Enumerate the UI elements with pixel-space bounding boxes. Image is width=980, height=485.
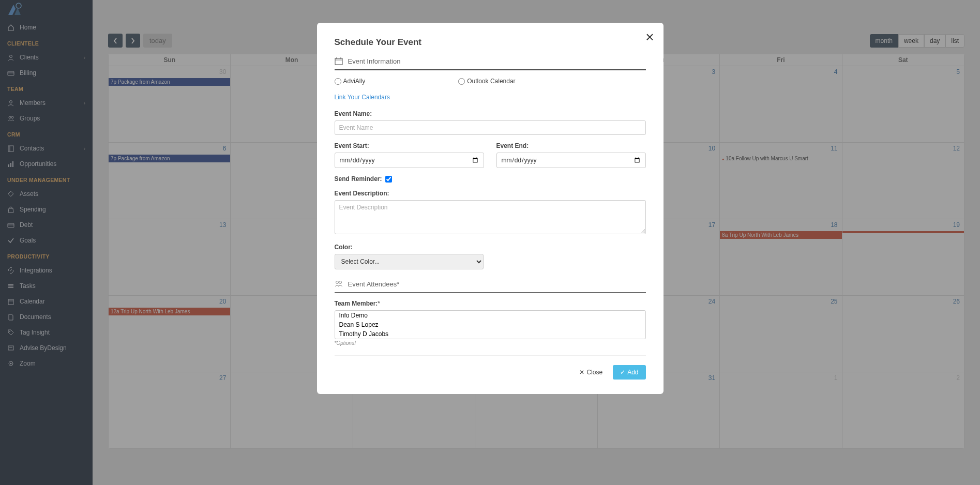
event-desc-input[interactable] <box>335 200 646 234</box>
send-reminder-label: Send Reminder: <box>335 175 382 183</box>
color-select[interactable]: Select Color... <box>335 254 484 269</box>
team-member-option[interactable]: Victor J Yee <box>335 339 645 339</box>
radio-outlook[interactable]: Outlook Calendar <box>458 78 515 85</box>
radio-outlook-label: Outlook Calendar <box>467 78 515 85</box>
send-reminder-checkbox[interactable] <box>385 176 392 183</box>
calendar-icon <box>335 57 343 65</box>
svg-rect-24 <box>335 58 342 65</box>
attendees-section-header: Event Attendees* <box>335 280 646 293</box>
add-button-label: Add <box>627 369 638 376</box>
team-member-option[interactable]: Info Demo <box>335 311 645 320</box>
modal-overlay: × Schedule Your Event Event Information … <box>0 0 980 485</box>
radio-adviAlly-input[interactable] <box>335 78 341 85</box>
event-info-section-header: Event Information <box>335 57 646 70</box>
team-member-option[interactable]: Timothy D Jacobs <box>335 329 645 339</box>
event-desc-label: Event Description: <box>335 190 646 197</box>
x-icon: ✕ <box>579 369 584 376</box>
section-title: Event Attendees* <box>348 280 400 288</box>
check-icon: ✓ <box>620 369 625 376</box>
event-end-input[interactable] <box>496 153 646 168</box>
event-name-label: Event Name: <box>335 110 646 117</box>
close-button[interactable]: ✕ Close <box>574 365 608 380</box>
radio-outlook-input[interactable] <box>458 78 465 85</box>
team-member-select[interactable]: Info DemoDean S LopezTimothy D JacobsVic… <box>335 310 646 339</box>
add-button[interactable]: ✓ Add <box>613 365 645 380</box>
close-icon[interactable]: × <box>645 30 654 44</box>
users-icon <box>335 280 343 288</box>
team-member-option[interactable]: Dean S Lopez <box>335 320 645 329</box>
modal-title: Schedule Your Event <box>335 37 646 48</box>
svg-point-29 <box>339 281 341 284</box>
color-label: Color: <box>335 244 484 251</box>
radio-adviAlly-label: AdviAlly <box>343 78 366 85</box>
event-start-input[interactable] <box>335 153 484 168</box>
close-button-label: Close <box>586 369 602 376</box>
schedule-event-modal: × Schedule Your Event Event Information … <box>317 23 664 394</box>
radio-adviAlly[interactable]: AdviAlly <box>335 78 366 85</box>
svg-point-28 <box>336 281 338 284</box>
event-name-input[interactable] <box>335 120 646 135</box>
link-calendars[interactable]: Link Your Calendars <box>335 94 390 101</box>
section-title: Event Information <box>348 57 401 65</box>
event-end-label: Event End: <box>496 142 646 149</box>
team-member-label: Team Member:* <box>335 300 646 307</box>
optional-text: *Optional <box>335 340 646 346</box>
event-start-label: Event Start: <box>335 142 484 149</box>
